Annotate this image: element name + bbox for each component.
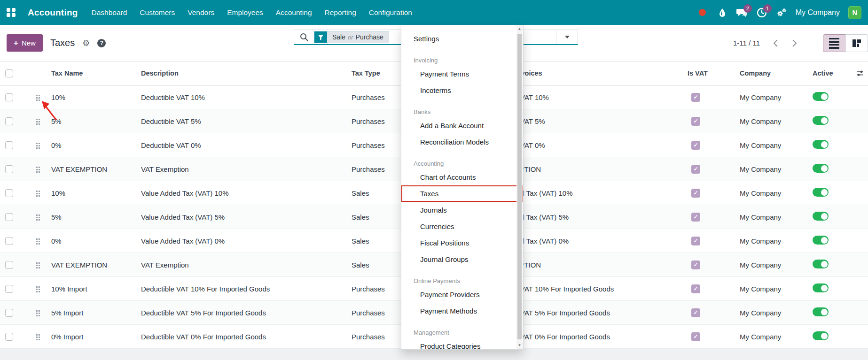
activities-icon[interactable]: 1 xyxy=(756,7,767,18)
active-toggle[interactable] xyxy=(813,307,829,316)
app-brand[interactable]: Accounting xyxy=(28,8,78,18)
list-view-button[interactable] xyxy=(823,34,845,52)
menu-item-currencies[interactable]: Currencies xyxy=(401,218,523,235)
tax-name-cell[interactable]: 0% xyxy=(51,141,62,149)
drag-handle-icon[interactable] xyxy=(36,309,40,316)
is-vat-checkbox[interactable] xyxy=(691,260,700,269)
menu-item-payment-terms[interactable]: Payment Terms xyxy=(401,66,523,82)
drag-handle-icon[interactable] xyxy=(36,142,40,149)
row-checkbox[interactable] xyxy=(5,141,13,149)
active-toggle[interactable] xyxy=(813,236,829,245)
company-cell[interactable]: My Company xyxy=(738,285,811,293)
row-checkbox[interactable] xyxy=(5,285,13,293)
nav-item-accounting[interactable]: Accounting xyxy=(276,8,312,17)
nav-item-reporting[interactable]: Reporting xyxy=(325,8,356,17)
company-cell[interactable]: My Company xyxy=(738,309,811,317)
help-icon[interactable]: ? xyxy=(97,39,106,47)
menu-item-payment-providers[interactable]: Payment Providers xyxy=(401,286,523,303)
pager-value[interactable]: 1-11 / 11 xyxy=(733,39,760,47)
select-all-checkbox[interactable] xyxy=(5,69,13,77)
menu-item-taxes[interactable]: Taxes xyxy=(401,185,523,202)
scrollbar-thumb[interactable] xyxy=(517,34,522,339)
column-header-tax-name[interactable]: Tax Name xyxy=(29,69,139,77)
is-vat-checkbox[interactable] xyxy=(691,332,700,341)
tax-name-cell[interactable]: 5% xyxy=(51,213,62,221)
drag-handle-icon[interactable] xyxy=(36,166,40,173)
row-checkbox[interactable] xyxy=(5,213,13,221)
is-vat-checkbox[interactable] xyxy=(691,308,700,317)
row-checkbox[interactable] xyxy=(5,333,13,341)
menu-scrollbar[interactable]: ▲ ▼ xyxy=(516,25,523,349)
is-vat-checkbox[interactable] xyxy=(691,165,700,174)
tax-name-cell[interactable]: 10% xyxy=(51,189,65,197)
active-toggle[interactable] xyxy=(813,116,829,125)
scroll-up-icon[interactable]: ▲ xyxy=(516,27,523,31)
company-cell[interactable]: My Company xyxy=(738,237,811,245)
settings-gears-icon[interactable] xyxy=(776,7,787,18)
tax-name-cell[interactable]: 5% Import xyxy=(51,309,83,317)
active-toggle[interactable] xyxy=(813,164,829,173)
drag-handle-icon[interactable] xyxy=(36,237,40,245)
description-cell[interactable]: Value Added Tax (VAT) 10% xyxy=(139,189,350,197)
is-vat-checkbox[interactable] xyxy=(691,93,700,102)
active-toggle[interactable] xyxy=(813,140,829,149)
is-vat-checkbox[interactable] xyxy=(691,189,700,198)
user-avatar[interactable]: N xyxy=(848,6,861,19)
new-button[interactable]: + New xyxy=(7,34,43,52)
is-vat-checkbox[interactable] xyxy=(691,117,700,126)
menu-item-journal-groups[interactable]: Journal Groups xyxy=(401,251,523,268)
droplet-icon[interactable] xyxy=(717,7,728,18)
description-cell[interactable]: Value Added Tax (VAT) 0% xyxy=(139,237,350,245)
menu-item-fiscal-positions[interactable]: Fiscal Positions xyxy=(401,235,523,251)
is-vat-checkbox[interactable] xyxy=(691,284,700,293)
row-checkbox[interactable] xyxy=(5,165,13,173)
row-checkbox[interactable] xyxy=(5,93,13,101)
menu-item-chart-of-accounts[interactable]: Chart of Accounts xyxy=(401,169,523,185)
company-cell[interactable]: My Company xyxy=(738,189,811,197)
active-toggle[interactable] xyxy=(813,212,829,221)
column-header-is-vat[interactable]: Is VAT xyxy=(684,69,738,77)
record-dot-icon[interactable] xyxy=(697,7,708,18)
company-cell[interactable]: My Company xyxy=(738,117,811,125)
company-cell[interactable]: My Company xyxy=(738,93,811,101)
drag-handle-icon[interactable] xyxy=(36,285,40,292)
search-dropdown-toggle[interactable] xyxy=(556,30,578,44)
scroll-down-icon[interactable]: ▼ xyxy=(516,343,523,347)
drag-handle-icon[interactable] xyxy=(36,118,40,125)
description-cell[interactable]: Deductible VAT 10% xyxy=(139,93,350,101)
drag-handle-icon[interactable] xyxy=(36,261,40,268)
drag-handle-icon[interactable] xyxy=(36,333,40,340)
menu-item-reconciliation-models[interactable]: Reconciliation Models xyxy=(401,134,523,150)
menu-item-add-a-bank-account[interactable]: Add a Bank Account xyxy=(401,117,523,134)
company-cell[interactable]: My Company xyxy=(738,141,811,149)
nav-item-dashboard[interactable]: Dashboard xyxy=(92,8,127,17)
tax-name-cell[interactable]: VAT EXEMPTION xyxy=(51,165,107,173)
row-checkbox[interactable] xyxy=(5,117,13,125)
menu-item-journals[interactable]: Journals xyxy=(401,202,523,218)
action-gear-icon[interactable]: ⚙ xyxy=(82,39,90,47)
description-cell[interactable]: Deductible VAT 0% For Imported Goods xyxy=(139,333,350,341)
active-toggle[interactable] xyxy=(813,331,829,340)
is-vat-checkbox[interactable] xyxy=(691,237,700,245)
menu-item-product-categories[interactable]: Product Categories xyxy=(401,338,523,350)
messages-icon[interactable]: 2 xyxy=(736,7,748,18)
row-checkbox[interactable] xyxy=(5,309,13,317)
tax-name-cell[interactable]: 5% xyxy=(51,117,62,125)
description-cell[interactable]: Deductible VAT 5% xyxy=(139,117,350,125)
company-cell[interactable]: My Company xyxy=(738,261,811,269)
tax-name-cell[interactable]: 0% xyxy=(51,237,62,245)
description-cell[interactable]: Deductible VAT 0% xyxy=(139,141,350,149)
nav-item-configuration[interactable]: Configuration xyxy=(369,8,412,17)
menu-item-payment-methods[interactable]: Payment Methods xyxy=(401,303,523,319)
menu-item-settings[interactable]: Settings xyxy=(401,31,523,47)
active-toggle[interactable] xyxy=(813,283,829,292)
drag-handle-icon[interactable] xyxy=(36,94,40,101)
drag-handle-icon[interactable] xyxy=(36,214,40,221)
tax-name-cell[interactable]: 0% Import xyxy=(51,333,83,341)
apps-grid-icon[interactable] xyxy=(7,8,16,17)
description-cell[interactable]: VAT Exemption xyxy=(139,165,350,173)
description-cell[interactable]: Deductible VAT 5% For Imported Goods xyxy=(139,309,350,317)
row-checkbox[interactable] xyxy=(5,261,13,269)
description-cell[interactable]: Value Added Tax (VAT) 5% xyxy=(139,213,350,221)
pager-next-button[interactable] xyxy=(785,35,804,52)
